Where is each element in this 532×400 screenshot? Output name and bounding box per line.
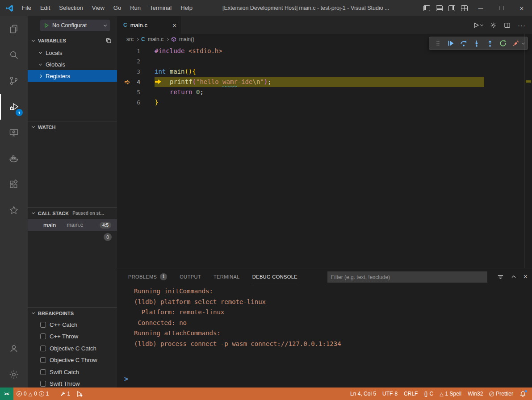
breakpoint-item[interactable]: C++ Catch (28, 319, 117, 330)
call-stack-section-header[interactable]: CALL STACK Paused on st... (28, 207, 117, 219)
menu-go[interactable]: Go (109, 0, 126, 16)
gutter-glyph-margin[interactable] (117, 67, 130, 77)
maximize-panel-icon[interactable] (511, 274, 517, 280)
menu-file[interactable]: File (17, 0, 36, 16)
split-editor-icon[interactable] (504, 22, 511, 29)
checkbox[interactable] (40, 381, 46, 387)
toggle-secondary-sidebar-icon[interactable] (445, 0, 458, 16)
checkbox[interactable] (40, 369, 46, 375)
menu-selection[interactable]: Selection (54, 0, 87, 16)
watch-section-header[interactable]: WATCH (28, 121, 117, 133)
gutter-glyph-margin[interactable] (117, 56, 130, 67)
step-into-button[interactable] (471, 38, 482, 49)
platform-indicator[interactable]: Win32 (465, 388, 486, 400)
checkbox[interactable] (40, 333, 46, 339)
tab-problems[interactable]: PROBLEMS 1 (128, 268, 167, 285)
variables-group-locals[interactable]: Locals (28, 47, 117, 58)
breakpoints-section-header[interactable]: BREAKPOINTS (28, 307, 117, 319)
code-line[interactable]: 5 return 0; (117, 87, 524, 97)
breadcrumb-file[interactable]: main.c (148, 36, 163, 42)
docker-icon[interactable] (0, 146, 28, 171)
checkbox[interactable] (40, 357, 46, 363)
tasks-status[interactable]: 1 (57, 388, 74, 400)
code-line[interactable]: 2 (117, 56, 524, 67)
step-over-button[interactable] (458, 38, 469, 49)
source-control-icon[interactable] (0, 68, 28, 94)
cursor-position[interactable]: Ln 4, Col 5 (347, 388, 379, 400)
console-filter-input[interactable] (327, 271, 487, 283)
tab-label: DEBUG CONSOLE (252, 274, 297, 279)
menu-edit[interactable]: Edit (36, 0, 54, 16)
spell-checker-status[interactable]: △ 1 Spell (436, 388, 465, 400)
run-and-debug-icon[interactable]: 1 (0, 94, 28, 120)
console-input-prompt[interactable]: > (124, 375, 128, 383)
continue-button[interactable] (445, 38, 456, 49)
editor-scrollbar[interactable] (524, 34, 532, 268)
eol-indicator[interactable]: CRLF (401, 388, 421, 400)
stack-frame-row[interactable]: main main.c 4:5 (28, 219, 117, 231)
tab-terminal[interactable]: TERMINAL (214, 268, 240, 285)
current-line-gutter-arrow-icon[interactable] (117, 77, 130, 87)
gear-icon[interactable] (490, 22, 497, 29)
menu-help[interactable]: Help (176, 0, 197, 16)
gutter-glyph-margin[interactable] (117, 46, 130, 56)
menu-run[interactable]: Run (126, 0, 145, 16)
close-icon[interactable]: × (172, 22, 176, 29)
star-icon[interactable] (0, 197, 28, 223)
remote-explorer-icon[interactable] (0, 120, 28, 146)
remote-indicator[interactable]: >< (0, 388, 13, 400)
debug-config-dropdown[interactable]: No Configurat (40, 20, 110, 31)
formatter-status[interactable]: Prettier (486, 388, 516, 400)
extensions-icon[interactable] (0, 171, 28, 197)
code-line[interactable]: 3 int main(){ (117, 67, 524, 77)
breadcrumb-symbol[interactable]: main() (179, 36, 194, 42)
debug-status[interactable] (73, 388, 86, 400)
toolbar-grip-icon[interactable] (432, 38, 443, 49)
explorer-icon[interactable] (0, 16, 28, 42)
checkbox[interactable] (40, 322, 46, 328)
language-mode[interactable]: {} C (421, 388, 436, 400)
tab-output[interactable]: OUTPUT (180, 268, 201, 285)
minimize-button[interactable]: ─ (470, 0, 491, 16)
menu-view[interactable]: View (88, 0, 109, 16)
close-panel-icon[interactable]: × (524, 273, 528, 280)
tab-main-c[interactable]: C main.c × (117, 16, 181, 34)
gutter-glyph-margin[interactable] (117, 97, 130, 108)
variables-group-globals[interactable]: Globals (28, 58, 117, 70)
breakpoint-item[interactable]: Objective C Throw (28, 354, 117, 366)
restart-button[interactable] (498, 38, 508, 49)
checkbox[interactable] (40, 346, 46, 351)
filter-lines-icon[interactable] (497, 274, 504, 280)
group-label: Locals (46, 50, 63, 56)
search-icon[interactable] (0, 42, 28, 68)
more-actions-icon[interactable]: ··· (518, 21, 526, 29)
breadcrumb-folder[interactable]: src (126, 36, 134, 42)
code-line[interactable]: 6 } (117, 97, 524, 108)
encoding-indicator[interactable]: UTF-8 (379, 388, 401, 400)
breakpoint-item[interactable]: Swift Catch (28, 366, 117, 378)
disconnect-button[interactable] (511, 38, 521, 49)
breakpoint-item[interactable]: C++ Throw (28, 330, 117, 342)
breakpoint-item[interactable]: Objective C Catch (28, 342, 117, 354)
account-icon[interactable] (0, 336, 28, 362)
maximize-button[interactable] (491, 0, 511, 16)
problems-status[interactable]: × 0 △ 0 i 1 (13, 388, 52, 400)
code-line-current[interactable]: 4 printf("hello wamr-ide\n"); (117, 77, 524, 87)
customize-layout-icon[interactable] (458, 0, 470, 16)
c-file-icon: C (123, 22, 127, 28)
variables-section-header[interactable]: VARIABLES (28, 35, 117, 46)
close-button[interactable]: × (511, 0, 532, 16)
gutter-glyph-margin[interactable] (117, 87, 130, 97)
console-line: (lldb) process connect -p wasm connect:/… (134, 339, 523, 350)
settings-gear-icon[interactable] (0, 362, 28, 388)
toggle-sidebar-icon[interactable] (420, 0, 433, 16)
code-area[interactable]: 1 #include <stdio.h> 2 3 int main(){ 4 p… (117, 45, 524, 268)
step-out-button[interactable] (485, 38, 495, 49)
toggle-panel-icon[interactable] (433, 0, 445, 16)
tab-debug-console[interactable]: DEBUG CONSOLE (252, 268, 297, 285)
run-file-button[interactable] (473, 22, 483, 29)
menu-terminal[interactable]: Terminal (145, 0, 176, 16)
collapse-all-icon[interactable] (105, 38, 112, 44)
variables-group-registers[interactable]: Registers (28, 70, 117, 82)
notifications-bell[interactable] (516, 388, 529, 400)
